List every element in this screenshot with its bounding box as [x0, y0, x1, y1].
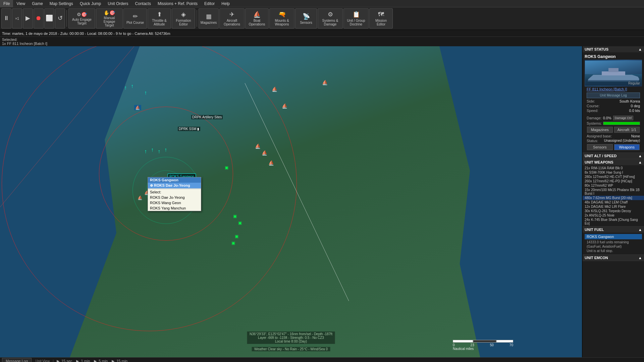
aircraft-panel-btn[interactable]: Aircraft: 1/1	[614, 127, 640, 133]
magazines-icon: ▦	[206, 13, 212, 20]
step-icon: ⬜	[46, 14, 53, 22]
damage-row: Damage: 0.0% Damage Ctrl	[585, 115, 642, 121]
menu-quick-jump[interactable]: Quick Jump	[76, 0, 104, 7]
weapon-10[interactable]: 2x AN/SLQ-25 Nixie	[583, 213, 644, 218]
ground-unit-4[interactable]: ▣	[235, 234, 238, 239]
ground-unit-3[interactable]: ▣	[238, 221, 242, 225]
ctx-sep	[148, 189, 201, 189]
ground-unit-2[interactable]: ▣	[233, 214, 237, 219]
menu-contacts[interactable]: Contacts	[132, 0, 154, 7]
unit-marker-left[interactable]: ⛵	[134, 105, 141, 110]
unit-fuel-header[interactable]: UNIT FUEL ▲	[583, 227, 644, 233]
step-button[interactable]: ⬜	[44, 8, 54, 28]
weapon-2[interactable]: 280x 127mm/62 HE-CVT [HiFreq]	[583, 175, 644, 179]
speed-label: Speed:	[587, 109, 598, 113]
manual-engage-button[interactable]: ✋🎯 Manual EngageTarget	[96, 8, 123, 28]
assigned-base-value: None	[631, 134, 640, 138]
t1m-label[interactable]: 1 min	[81, 359, 90, 362]
assigned-base-label: Assigned base:	[587, 134, 612, 138]
unit-emcon-header[interactable]: UNIT EMCON ▲	[583, 255, 644, 261]
weapon-1[interactable]: 8x SSM-700K Hae Sung I	[583, 170, 644, 175]
menu-game[interactable]: Game	[29, 0, 46, 7]
ctx-item-3[interactable]: ROKS Yang Manchun	[148, 205, 201, 211]
unit-status-header[interactable]: UNIT STATUS ▲	[583, 46, 644, 52]
fuel-content: ROKS Gangwon 14333.0 fuel units remainin…	[583, 233, 644, 254]
magazines-button[interactable]: ▦ Magazines	[199, 8, 219, 28]
sensors-panel-btn[interactable]: Sensors	[587, 144, 613, 150]
menu-help[interactable]: Help	[218, 0, 233, 7]
play-button[interactable]: ▶	[23, 8, 33, 28]
play-icon-1[interactable]: ▶	[57, 359, 59, 362]
pause-button[interactable]: ⏸	[1, 8, 11, 28]
map-area[interactable]: DPRK SSM ▮ DRPK Artillery Sites ⛵ ⛵ ⛵ ⛵ …	[0, 46, 582, 357]
damage-ctrl-btn[interactable]: Damage Ctrl	[613, 116, 634, 120]
aircraft-marker-3[interactable]: ↑	[144, 90, 147, 96]
unit-marker-3[interactable]: ⛵	[322, 80, 328, 85]
unit-marker-4[interactable]: ⛵	[255, 143, 261, 149]
ctx-item-1[interactable]: ROKS Dae Jo-Yeong	[148, 195, 201, 200]
formation-button[interactable]: ◈ FormationEditor	[172, 8, 195, 28]
play-icon-4[interactable]: ▶	[112, 359, 114, 362]
weapon-8[interactable]: 12x DAGAIE Mk2 LIR Flare	[583, 204, 644, 209]
plot-course-button[interactable]: ✏ Plot Course	[123, 8, 147, 28]
boat-ops-button[interactable]: ⛵ BoatOperations	[245, 8, 269, 28]
unit-marker-5[interactable]: ⛵	[262, 150, 267, 156]
bookmark-button[interactable]: ↺	[55, 8, 65, 28]
collapse-icon-3: ▲	[638, 160, 642, 164]
unit-alt-speed-header[interactable]: UNIT ALT / SPEED ▲	[583, 153, 644, 159]
aircraft-marker-1[interactable]: ↑	[124, 85, 127, 91]
ground-unit-1[interactable]: ▣	[225, 165, 228, 170]
unit-marker-6[interactable]: ⛵	[268, 160, 274, 166]
record-button[interactable]: ⏺	[34, 8, 44, 28]
play-icon-2[interactable]: ▶	[76, 359, 79, 362]
weapon-9[interactable]: 30x K/SLQ-261 Torpedo Decoy	[583, 209, 644, 213]
weapons-panel-btn[interactable]: Weapons	[614, 144, 640, 150]
weapon-3[interactable]: 260x 127mm/62 HE-PD [HiCap]	[583, 179, 644, 183]
message-log-btn[interactable]: Message Log	[2, 358, 32, 362]
systems-row: Systems:	[585, 121, 642, 126]
ctx-item-2[interactable]: ROKS Wang Geon	[148, 200, 201, 205]
menu-view[interactable]: View	[13, 0, 29, 7]
unit-marker-1[interactable]: ⛵	[272, 86, 277, 92]
menu-missions[interactable]: Missions + Ref. Points	[154, 0, 201, 7]
mission-editor-button[interactable]: 🗺 MissionEditor	[369, 8, 393, 28]
menu-editor[interactable]: Editor	[201, 0, 218, 7]
collapse-icon: ▲	[638, 47, 642, 51]
weapon-6[interactable]: 480x 7.62mm MG Burst [20 rds]	[583, 196, 644, 200]
course-value: 0 deg	[631, 104, 640, 108]
aircraft-marker-5[interactable]: ↑	[151, 147, 154, 153]
ground-unit-5[interactable]: ▣	[231, 241, 235, 245]
weapon-7[interactable]: 48x DAGAIE Mk2 LEM Chaff	[583, 200, 644, 204]
unit-marker-2[interactable]: ⛵	[282, 103, 287, 109]
t15s-label[interactable]: 15 sec	[61, 359, 72, 362]
unit-marker-9[interactable]: ⛵	[138, 195, 143, 200]
aircraft-marker-6[interactable]: ↑	[158, 148, 160, 155]
unit-msg-log-btn[interactable]: Unit Message Log	[587, 93, 640, 98]
mounts-button[interactable]: 🔫 Mounts &Weapons	[269, 8, 294, 28]
weapon-4[interactable]: 80x 127mm/62 WP	[583, 183, 644, 188]
weapon-5[interactable]: 15x 20mm/100 Mk15 Phalanx Blk 1B Burst I	[583, 188, 644, 196]
aircraft-ops-button[interactable]: ✈ AircraftOperations	[219, 8, 245, 28]
unit-link[interactable]: FF 811 Incheon [Batch I]	[585, 86, 642, 92]
throttle-button[interactable]: ⬆ Throttle &Altitude	[148, 8, 171, 28]
coord-line3: Local time 8:00 (Day)	[250, 340, 332, 343]
unit-weapons-header[interactable]: UNIT WEAPONS ▲	[583, 159, 644, 165]
play-icon-3[interactable]: ▶	[94, 359, 97, 362]
sep2	[197, 10, 197, 27]
menu-unit-orders[interactable]: Unit Orders	[104, 0, 131, 7]
t5m-label[interactable]: 5 min	[99, 359, 108, 362]
menu-file[interactable]: File	[0, 0, 13, 7]
systems-button[interactable]: ⚙ Systems &Damage	[318, 8, 343, 28]
sensors-button[interactable]: 📡 Sensors	[295, 8, 317, 28]
magazines-panel-btn[interactable]: Magazines	[587, 127, 613, 133]
weapon-0[interactable]: 21x RIM-116A RAM Blk 0	[583, 166, 644, 170]
menu-map-settings[interactable]: Map Settings	[46, 0, 76, 7]
doctrine-button[interactable]: 📋 Unit / GroupDoctrine	[343, 8, 369, 28]
weapon-11[interactable]: 24x K-745 Blue Shark [Chung Sang Eo]	[583, 218, 644, 226]
t15m-label[interactable]: 15 min	[116, 359, 127, 362]
aircraft-marker-4[interactable]: ↑	[144, 148, 147, 155]
aircraft-marker-2[interactable]: ↑	[131, 83, 133, 89]
aircraft-marker-7[interactable]: ↑	[164, 147, 167, 153]
toolbar: ⏸ ×1 ▶ ⏺ ⬜ ↺ ⚙🎯 Auto EngageTarget ✋🎯 Man…	[0, 7, 644, 30]
auto-engage-button[interactable]: ⚙🎯 Auto EngageTarget	[68, 8, 95, 28]
